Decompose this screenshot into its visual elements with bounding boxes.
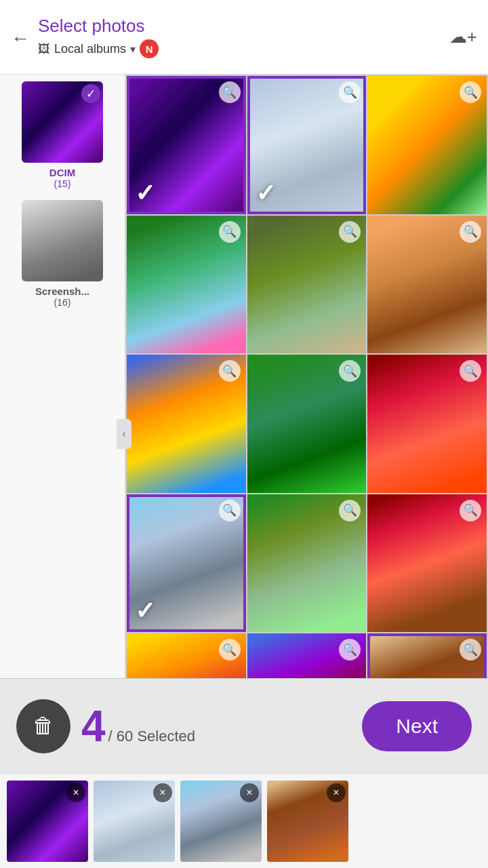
selected-thumb-remove-st2[interactable]: ×: [153, 783, 172, 802]
photo-checkmark-10: ✓: [135, 597, 155, 625]
selected-thumb-st3: ×: [180, 781, 262, 862]
photo-cell-5[interactable]: 🔍: [247, 216, 367, 354]
selected-thumb-st1: ×: [7, 781, 88, 862]
photo-search-icon-2[interactable]: 🔍: [339, 81, 361, 103]
photo-cell-2[interactable]: 🔍✓: [247, 76, 367, 214]
photo-search-icon-12[interactable]: 🔍: [460, 500, 481, 521]
photo-cell-1[interactable]: 🔍✓: [127, 76, 246, 214]
selected-thumb-remove-st4[interactable]: ×: [327, 783, 346, 802]
photo-cell-7[interactable]: 🔍: [127, 355, 246, 493]
photo-checkmark-1: ✓: [135, 179, 155, 208]
photo-search-icon-5[interactable]: 🔍: [339, 221, 361, 243]
cloud-upload-icon[interactable]: ☁+: [449, 26, 477, 47]
photo-checkmark-2: ✓: [256, 179, 276, 208]
photo-search-icon-15[interactable]: 🔍: [460, 639, 481, 660]
selected-thumbnails-row: ××××: [0, 773, 488, 868]
sidebar-item-dcim[interactable]: ✓ DCIM (15): [5, 81, 119, 189]
photo-cell-6[interactable]: 🔍: [367, 216, 487, 354]
header-subtitle: 🖼 Local albums ▾ N: [38, 39, 449, 58]
selected-thumb-remove-st1[interactable]: ×: [66, 783, 85, 802]
album-icon: 🖼: [38, 42, 50, 56]
photo-cell-12[interactable]: 🔍: [367, 494, 487, 633]
sidebar: ✓ DCIM (15) Screensh... (16): [0, 75, 125, 773]
photo-search-icon-3[interactable]: 🔍: [460, 81, 481, 103]
photo-bg-1: [127, 76, 246, 214]
next-button[interactable]: Next: [362, 701, 472, 751]
header: ← Select photos 🖼 Local albums ▾ N ☁+: [0, 0, 488, 75]
dcim-check-icon: ✓: [81, 84, 100, 103]
trash-button[interactable]: 🗑: [16, 699, 70, 753]
photo-search-icon-6[interactable]: 🔍: [460, 221, 481, 243]
photo-search-icon-4[interactable]: 🔍: [219, 221, 241, 243]
dcim-album-count: (15): [54, 178, 71, 189]
screenshots-album-name: Screensh...: [35, 285, 89, 297]
photo-cell-4[interactable]: 🔍: [127, 216, 246, 354]
photo-cell-3[interactable]: 🔍: [367, 76, 487, 214]
bottom-bar: 🗑 4 / 60 Selected Next: [0, 678, 488, 773]
photo-search-icon-11[interactable]: 🔍: [339, 500, 361, 521]
trash-icon: 🗑: [33, 713, 54, 738]
photo-cell-11[interactable]: 🔍: [247, 494, 367, 633]
dcim-thumb-wrap: ✓: [22, 81, 103, 163]
photo-cell-8[interactable]: 🔍: [247, 355, 367, 493]
sidebar-item-screenshots[interactable]: Screensh... (16): [5, 200, 119, 308]
photo-bg-2: [247, 76, 367, 214]
chevron-down-icon[interactable]: ▾: [130, 43, 136, 56]
photo-search-icon-7[interactable]: 🔍: [219, 360, 241, 382]
n-badge: N: [140, 39, 159, 58]
screenshots-album-count: (16): [54, 297, 71, 308]
header-title-block: Select photos 🖼 Local albums ▾ N: [38, 16, 449, 58]
photo-search-icon-13[interactable]: 🔍: [219, 639, 241, 660]
count-number: 4: [81, 705, 106, 748]
selected-thumb-remove-st3[interactable]: ×: [240, 783, 259, 802]
photo-grid: 🔍✓🔍✓🔍🔍🔍🔍🔍🔍🔍🔍✓🔍🔍🔍🔍🔍✓: [125, 75, 488, 773]
photo-search-icon-9[interactable]: 🔍: [460, 360, 481, 382]
back-button[interactable]: ←: [11, 28, 30, 50]
count-label: / 60 Selected: [108, 728, 195, 745]
photo-search-icon-1[interactable]: 🔍: [219, 81, 241, 103]
selected-thumb-st4: ×: [267, 781, 348, 862]
album-label[interactable]: Local albums: [54, 42, 126, 56]
photo-cell-9[interactable]: 🔍: [367, 355, 487, 493]
photo-search-icon-10[interactable]: 🔍: [219, 500, 241, 521]
photo-cell-10[interactable]: 🔍✓: [127, 494, 246, 633]
screenshots-thumbnail: [22, 200, 103, 281]
selected-thumb-st2: ×: [94, 781, 175, 862]
sidebar-collapse-arrow[interactable]: ‹: [117, 419, 131, 449]
dcim-album-name: DCIM: [49, 167, 75, 178]
screenshots-thumb-wrap: [22, 200, 103, 281]
selected-count: 4 / 60 Selected: [81, 705, 351, 748]
photo-bg-10: [127, 494, 246, 633]
page-title: Select photos: [38, 16, 449, 37]
